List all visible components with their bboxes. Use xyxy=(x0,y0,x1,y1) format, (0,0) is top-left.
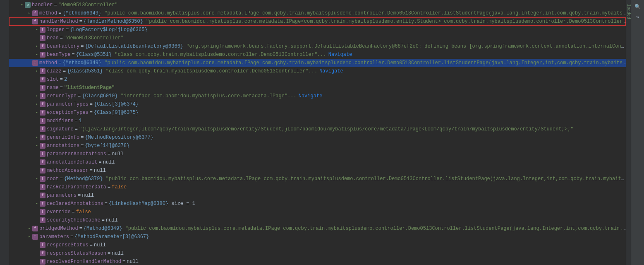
field-name: annotations xyxy=(47,142,79,150)
navigate-link[interactable]: Navigate xyxy=(319,68,343,74)
expand-arrow[interactable]: ▸ xyxy=(26,234,32,240)
expand-arrow[interactable]: ▸ xyxy=(34,143,40,149)
tree-row[interactable]: fparameterAnnotations = null xyxy=(9,150,626,158)
field-value: {LinkedHashMap@6380} size = 1 xyxy=(109,200,195,208)
navigate-link[interactable]: Navigate xyxy=(328,52,352,58)
field-name: parameters xyxy=(39,233,69,241)
tree-row[interactable]: fsignature = "(Ljava/lang/Integer;ILcom/… xyxy=(9,125,626,133)
expand-arrow[interactable]: ▸ xyxy=(34,201,40,207)
tree-row[interactable]: fannotationDefault = null xyxy=(9,158,626,166)
expand-arrow[interactable]: ▸ xyxy=(34,101,40,107)
field-name: handlerMethod xyxy=(39,17,78,26)
field-value: {Method@6349} "public com.baomidou.mybat… xyxy=(84,224,626,233)
tree-row[interactable]: ▸fexceptionTypes = {Class[0]@6375} xyxy=(9,108,626,117)
field-value: {Class[3]@6374} xyxy=(94,100,139,108)
field-name: exceptionTypes xyxy=(47,108,89,117)
tree-container[interactable]: ▾phandler = "demo0513Controller"▸fmethod… xyxy=(9,0,626,265)
tree-row[interactable]: foverride = false xyxy=(9,208,626,216)
tree-row[interactable]: fbean = "demo0513Controller" xyxy=(9,34,626,42)
tree-row[interactable]: fmethodAccessor = null xyxy=(9,166,626,175)
field-type-icon: f xyxy=(40,27,45,33)
field-type-icon: f xyxy=(40,52,45,58)
equals-sign: = xyxy=(102,216,105,224)
tree-row[interactable]: fresponseStatus = null xyxy=(9,241,626,249)
tree-row[interactable]: fresponseStatusReason = null xyxy=(9,249,626,258)
field-type-icon: f xyxy=(32,19,38,24)
field-type-icon: f xyxy=(40,35,45,41)
field-value: null xyxy=(82,191,94,200)
right-panel: loaded xyxy=(626,0,631,265)
field-name: annotationDefault xyxy=(47,158,97,166)
tree-row[interactable]: ▸fparameterTypes = {Class[3]@6374} xyxy=(9,100,626,108)
gutter-breakpoint xyxy=(1,1,8,7)
tree-row[interactable]: ▾phandler = "demo0513Controller" xyxy=(9,1,626,9)
tree-row[interactable]: ▸flogger = {LogFactory$Log4jLog@6365} xyxy=(9,26,626,34)
left-gutter xyxy=(0,0,9,265)
tree-row[interactable]: fhasRealParameterData = false xyxy=(9,183,626,191)
tree-row[interactable]: ▸freturnType = {Class@6010} "interface c… xyxy=(9,92,626,100)
tree-row[interactable]: fmodifiers = 1 xyxy=(9,117,626,125)
equals-sign: = xyxy=(90,166,93,175)
tree-row[interactable]: ▸froot = {Method@6379} "public com.baomi… xyxy=(9,175,626,183)
loaded-text: loaded xyxy=(626,4,631,19)
expand-arrow[interactable]: ▸ xyxy=(34,176,40,182)
equals-sign: = xyxy=(60,84,63,92)
expand-arrow[interactable]: ▸ xyxy=(26,226,32,231)
field-name: bridgedMethod xyxy=(39,224,78,233)
tree-row[interactable]: ▸fannotations = {byte[14]@6378} xyxy=(9,142,626,150)
field-name: parameters xyxy=(47,191,77,200)
search-button[interactable]: 🔍 xyxy=(633,2,643,12)
field-value: false xyxy=(76,208,91,216)
expand-arrow[interactable]: ▸ xyxy=(34,27,40,33)
equals-sign: = xyxy=(90,108,93,117)
field-name: root xyxy=(47,175,59,183)
field-name: handler xyxy=(32,1,53,9)
expand-arrow[interactable]: ▾ xyxy=(19,2,25,8)
field-value: {Method@6349} "public com.baomidou.mybat… xyxy=(62,9,626,17)
expand-arrow[interactable]: ▸ xyxy=(34,43,40,49)
expand-arrow[interactable]: ▸ xyxy=(34,68,40,74)
field-value: {LogFactory$Log4jLog@6365} xyxy=(70,26,147,34)
field-type-icon: f xyxy=(40,193,45,198)
field-value: "demo0513Controller" xyxy=(58,1,118,9)
expand-arrow[interactable]: ▸ xyxy=(34,135,40,140)
tree-row[interactable]: ▸fbridgedMethod = {Method@6349} "public … xyxy=(9,224,626,233)
tree-row[interactable]: fslot = 2 xyxy=(9,75,626,84)
navigate-link[interactable]: Navigate xyxy=(299,93,323,99)
tree-row[interactable]: ▸fgenericInfo = {MethodRepository@6377} xyxy=(9,133,626,142)
collapse-button[interactable]: » xyxy=(633,12,643,22)
expand-arrow[interactable]: ▸ xyxy=(34,93,40,99)
tree-row[interactable]: ▸fmethod = {Method@6349} "public com.bao… xyxy=(9,9,626,17)
field-type-icon: f xyxy=(40,217,45,223)
tree-row[interactable]: fsecurityCheckCache = null xyxy=(9,216,626,224)
tree-row[interactable]: fparameters = null xyxy=(9,191,626,200)
expand-arrow[interactable]: ▸ xyxy=(34,52,40,58)
tree-row[interactable]: ▸fbeanType = {Class@5351} "class com.qcb… xyxy=(9,51,626,59)
field-type-icon: f xyxy=(32,226,38,231)
field-value: {MethodParameter[3]@6367} xyxy=(74,233,149,241)
field-value: null xyxy=(106,216,118,224)
equals-sign: = xyxy=(98,158,101,166)
field-type-icon: f xyxy=(32,234,38,240)
tree-row[interactable]: ▸fdeclaredAnnotations = {LinkedHashMap@6… xyxy=(9,200,626,208)
field-value: "(Ljava/lang/Integer;ILcom/qcby/train/my… xyxy=(79,125,573,133)
field-value: null xyxy=(112,249,124,258)
equals-sign: = xyxy=(78,191,81,200)
tree-row[interactable]: ▸fclazz = {Class@5351} "class com.qcby.t… xyxy=(9,67,626,75)
field-name: hasRealParameterData xyxy=(47,183,106,191)
tree-row[interactable]: fresolvedFromHandlerMethod = null xyxy=(9,258,626,265)
tree-row[interactable]: fmethod = {Method@6349} "public com.baom… xyxy=(9,59,626,67)
expand-arrow[interactable]: ▸ xyxy=(34,110,40,116)
tree-row[interactable]: fname = "listStudentPage" xyxy=(9,84,626,92)
field-name: genericInfo xyxy=(47,133,79,142)
field-type-icon: f xyxy=(40,143,45,149)
field-type-icon: f xyxy=(32,10,38,16)
expand-arrow[interactable]: ▸ xyxy=(26,10,32,16)
tree-row[interactable]: ▸fbeanFactory = {DefaultListableBeanFact… xyxy=(9,42,626,51)
right-tools: 🔍 » xyxy=(631,0,644,265)
equals-sign: = xyxy=(122,258,125,265)
field-name: beanType xyxy=(47,51,71,59)
tree-row[interactable]: fhandlerMethod = {HandlerMethod@6350} "p… xyxy=(9,17,626,26)
field-value: null xyxy=(112,150,124,158)
tree-row[interactable]: ▸fparameters = {MethodParameter[3]@6367} xyxy=(9,233,626,241)
